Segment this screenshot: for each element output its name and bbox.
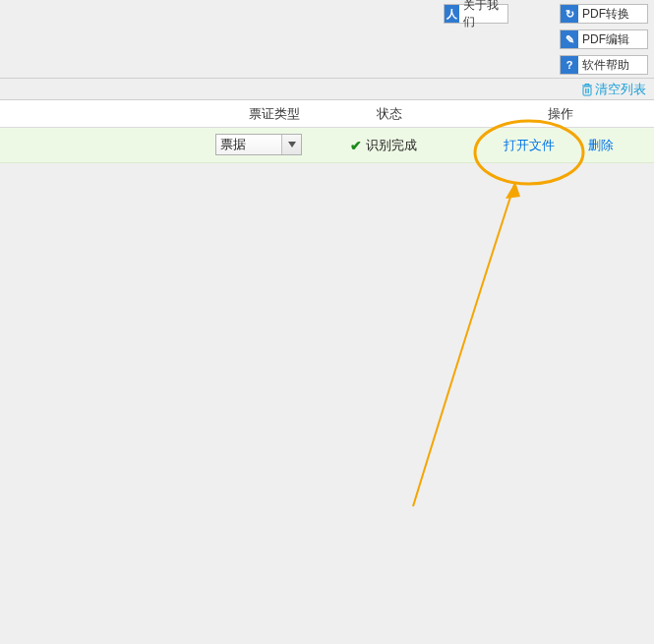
col-header-op: 操作 bbox=[502, 105, 620, 123]
doc-type-select[interactable]: 票据 bbox=[215, 134, 302, 155]
software-help-button-label: 软件帮助 bbox=[578, 57, 633, 74]
doc-type-select-value: 票据 bbox=[216, 136, 281, 153]
pdf-edit-button-label: PDF编辑 bbox=[578, 31, 633, 48]
empty-area bbox=[0, 163, 654, 644]
status-text: 识别完成 bbox=[366, 137, 417, 154]
clear-list-label: 清空列表 bbox=[595, 81, 646, 98]
chevron-down-icon bbox=[281, 135, 301, 154]
table-header-row: 票证类型 状态 操作 bbox=[0, 100, 654, 128]
about-button-label: 关于我们 bbox=[459, 0, 507, 30]
about-button[interactable]: 人 关于我们 bbox=[444, 4, 508, 24]
help-icon: ? bbox=[561, 56, 578, 74]
trash-icon bbox=[581, 83, 593, 96]
list-toolbar: 清空列表 bbox=[0, 79, 654, 100]
status-cell: ✔ 识别完成 bbox=[350, 137, 417, 154]
col-header-status: 状态 bbox=[350, 105, 429, 123]
clear-list-button[interactable]: 清空列表 bbox=[581, 81, 646, 98]
open-file-link[interactable]: 打开文件 bbox=[504, 137, 555, 154]
person-icon: 人 bbox=[445, 5, 459, 23]
delete-link[interactable]: 删除 bbox=[588, 137, 614, 154]
refresh-icon: ↻ bbox=[561, 5, 578, 23]
pdf-convert-button-label: PDF转换 bbox=[578, 6, 633, 23]
pdf-convert-button[interactable]: ↻ PDF转换 bbox=[560, 4, 648, 24]
col-header-type: 票证类型 bbox=[215, 105, 333, 123]
table-row: 票据 ✔ 识别完成 打开文件 删除 bbox=[0, 128, 654, 163]
software-help-button[interactable]: ? 软件帮助 bbox=[560, 55, 648, 75]
pdf-edit-button[interactable]: ✎ PDF编辑 bbox=[560, 29, 648, 49]
top-toolbar: 人 关于我们 ↻ PDF转换 ✎ PDF编辑 ? 软件帮助 bbox=[0, 0, 654, 79]
check-icon: ✔ bbox=[350, 138, 362, 153]
edit-icon: ✎ bbox=[561, 30, 578, 48]
list-table: 票证类型 状态 操作 票据 ✔ 识别完成 打开文件 删除 bbox=[0, 100, 654, 163]
